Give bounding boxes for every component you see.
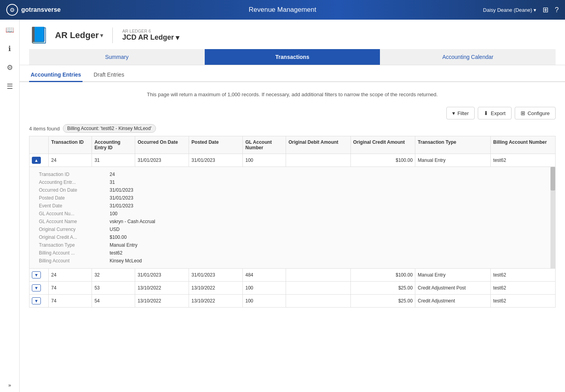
detail-label-billing-name: Billing Account — [39, 258, 110, 264]
main-content: 📘 AR Ledger ▾ AR LEDGER 6 JCD AR Ledger … — [20, 20, 565, 392]
transaction-id-3: 74 — [49, 282, 92, 295]
expand-button-2[interactable]: ▼ — [32, 271, 41, 278]
col-transaction-id-header: Transaction ID — [49, 136, 92, 154]
transaction-id-1: 24 — [49, 154, 92, 167]
detail-value-transaction-id: 24 — [110, 172, 546, 177]
sidebar-expand[interactable]: » — [8, 382, 11, 388]
type-4: Credit Adjustment — [415, 295, 491, 308]
user-name[interactable]: Daisy Deane (Deane) ▾ — [483, 7, 536, 13]
table-row: ▲ 24 31 31/01/2023 31/01/2023 100 $100.0… — [29, 154, 556, 167]
sidebar-icon-list[interactable]: ☰ — [4, 80, 16, 93]
table-row: ▼ 74 54 13/10/2022 13/10/2022 100 $25.00… — [29, 295, 556, 308]
table-row: ▼ 24 32 31/01/2023 31/01/2023 484 $100.0… — [29, 269, 556, 282]
credit-3: $25.00 — [350, 282, 415, 295]
tab-accounting-calendar[interactable]: Accounting Calendar — [380, 49, 556, 65]
detail-label-billing-acc: Billing Account ... — [39, 250, 110, 256]
billing-4: test62 — [491, 295, 556, 308]
ledger-header: 📘 AR Ledger ▾ AR LEDGER 6 JCD AR Ledger … — [29, 26, 556, 44]
expand-cell-2: ▼ — [29, 269, 49, 282]
col-entry-id-header: Accounting Entry ID — [92, 136, 135, 154]
sidebar-icon-settings[interactable]: ⚙ — [4, 61, 16, 74]
type-2: Manual Entry — [415, 269, 491, 282]
expand-button-1[interactable]: ▲ — [32, 157, 41, 164]
sidebar-icon-info[interactable]: ℹ — [4, 42, 16, 55]
sidebar-icon-book[interactable]: 📖 — [4, 24, 16, 36]
detail-scrollbar-track[interactable] — [550, 167, 555, 268]
configure-button[interactable]: ⊞ Configure — [515, 107, 556, 119]
detail-scrollbar-thumb[interactable] — [550, 167, 555, 191]
expand-cell-4: ▼ — [29, 295, 49, 308]
detail-value-event: 31/01/2023 — [110, 203, 546, 209]
detail-label-event: Event Date — [39, 203, 110, 209]
transaction-id-2: 24 — [49, 269, 92, 282]
detail-value-credit-amount: $100.00 — [110, 234, 546, 240]
ledger-title[interactable]: AR Ledger ▾ — [55, 30, 103, 40]
table-body: ▲ 24 31 31/01/2023 31/01/2023 100 $100.0… — [29, 154, 556, 308]
detail-label-gl-num: GL Account Nu... — [39, 211, 110, 216]
user-area: Daisy Deane (Deane) ▾ ⊞ ? — [483, 5, 559, 14]
help-icon[interactable]: ? — [555, 6, 559, 14]
tab-navigation: Summary Transactions Accounting Calendar — [29, 49, 556, 65]
ledger-dropdown-arrow: ▾ — [100, 32, 103, 38]
detail-value-posted: 31/01/2023 — [110, 195, 546, 201]
entry-id-3: 53 — [92, 282, 135, 295]
gl-3: 100 — [243, 282, 286, 295]
filter-icon: ▾ — [452, 110, 455, 116]
gl-4: 100 — [243, 295, 286, 308]
occurred-2: 31/01/2023 — [135, 269, 189, 282]
debit-4 — [286, 295, 351, 308]
detail-label-occurred: Occurred On Date — [39, 187, 110, 193]
credit-1: $100.00 — [350, 154, 415, 167]
tab-summary[interactable]: Summary — [29, 49, 205, 65]
occurred-4: 13/10/2022 — [135, 295, 189, 308]
detail-content-1: Transaction ID 24 Accounting Entr... 31 … — [29, 167, 555, 268]
expand-button-3[interactable]: ▼ — [32, 284, 41, 291]
col-occurred-header: Occurred On Date — [135, 136, 189, 154]
posted-3: 13/10/2022 — [189, 282, 243, 295]
detail-label-entry: Accounting Entr... — [39, 180, 110, 185]
sub-tab-accounting-entries[interactable]: Accounting Entries — [29, 68, 83, 82]
export-button[interactable]: ⬇ Export — [478, 107, 512, 119]
debit-3 — [286, 282, 351, 295]
ledger-sub-name[interactable]: JCD AR Ledger ▾ — [122, 33, 179, 42]
gl-1: 100 — [243, 154, 286, 167]
col-billing-header: Billing Account Number — [491, 136, 556, 154]
entry-id-4: 54 — [92, 295, 135, 308]
sub-tab-draft-entries[interactable]: Draft Entries — [92, 68, 126, 82]
toolbar: ▾ Filter ⬇ Export ⊞ Configure — [29, 107, 556, 119]
detail-cell-1: Transaction ID 24 Accounting Entr... 31 … — [29, 167, 556, 269]
entry-id-1: 31 — [92, 154, 135, 167]
type-3: Credit Adjustment Post — [415, 282, 491, 295]
col-posted-header: Posted Date — [189, 136, 243, 154]
expand-cell-1: ▲ — [29, 154, 49, 167]
brand-icon: ⊙ — [6, 4, 18, 16]
page-header: 📘 AR Ledger ▾ AR LEDGER 6 JCD AR Ledger … — [20, 20, 565, 65]
detail-value-occurred: 31/01/2023 — [110, 187, 546, 193]
grid-icon[interactable]: ⊞ — [543, 5, 548, 14]
ledger-sub-dropdown-arrow: ▾ — [176, 33, 179, 42]
table-header-row: Transaction ID Accounting Entry ID Occur… — [29, 136, 556, 154]
billing-2: test62 — [491, 269, 556, 282]
gl-2: 484 — [243, 269, 286, 282]
detail-value-type: Manual Entry — [110, 242, 546, 248]
posted-2: 31/01/2023 — [189, 269, 243, 282]
detail-value-currency: USD — [110, 227, 546, 232]
entry-id-2: 32 — [92, 269, 135, 282]
export-icon: ⬇ — [484, 110, 488, 116]
expand-button-4[interactable]: ▼ — [32, 297, 41, 304]
sub-tab-navigation: Accounting Entries Draft Entries — [20, 68, 565, 82]
filter-button[interactable]: ▾ Filter — [446, 107, 475, 119]
tab-transactions[interactable]: Transactions — [205, 49, 380, 65]
occurred-1: 31/01/2023 — [135, 154, 189, 167]
detail-label-type: Transaction Type — [39, 242, 110, 248]
top-navigation: ⊙ gotransverse Revenue Management Daisy … — [0, 0, 565, 20]
transaction-id-4: 74 — [49, 295, 92, 308]
ledger-icon: 📘 — [29, 26, 49, 44]
col-expand-header — [29, 136, 49, 154]
occurred-3: 13/10/2022 — [135, 282, 189, 295]
billing-1: test62 — [491, 154, 556, 167]
credit-4: $25.00 — [350, 295, 415, 308]
debit-1 — [286, 154, 351, 167]
detail-value-entry: 31 — [110, 180, 546, 185]
table-row: ▼ 74 53 13/10/2022 13/10/2022 100 $25.00… — [29, 282, 556, 295]
